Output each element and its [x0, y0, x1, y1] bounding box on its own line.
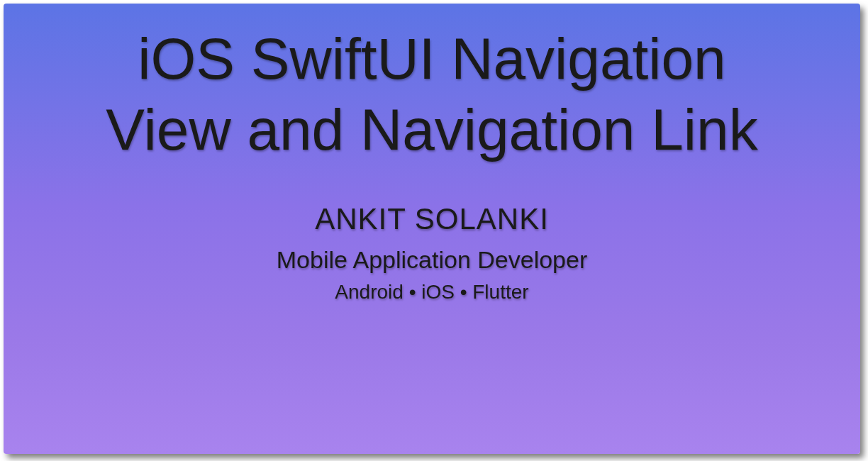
author-platforms: Android • iOS • Flutter: [335, 281, 528, 304]
author-name: ANKIT SOLANKI: [315, 202, 549, 236]
slide-title: iOS SwiftUI Navigation View and Navigati…: [77, 23, 786, 165]
slide-card: iOS SwiftUI Navigation View and Navigati…: [4, 4, 860, 454]
author-role: Mobile Application Developer: [277, 246, 587, 274]
